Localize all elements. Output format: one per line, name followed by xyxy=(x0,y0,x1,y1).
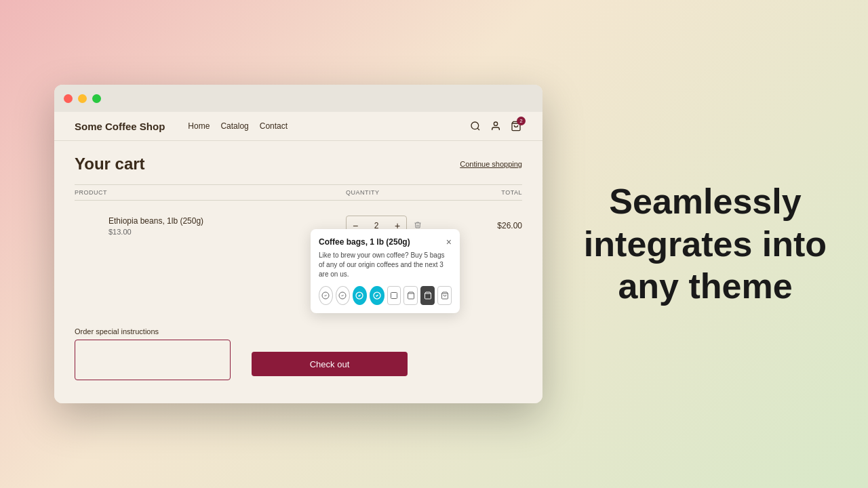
product-name: Ethiopia beans, 1lb (250g) xyxy=(108,216,346,226)
svg-rect-7 xyxy=(391,293,397,299)
right-text-section: Seamlessly integrates into any theme xyxy=(542,153,868,334)
instructions-label: Order special instructions xyxy=(75,327,231,336)
cart-main: Your cart Continue shopping PRODUCT QUAN… xyxy=(54,141,542,403)
tooltip-icon-3[interactable] xyxy=(353,286,367,305)
minimize-button[interactable] xyxy=(78,94,87,103)
checkout-button[interactable]: Check out xyxy=(252,352,408,376)
cart-badge: 2 xyxy=(517,117,526,125)
tooltip-icon-2[interactable] xyxy=(336,286,350,305)
tooltip-title: Coffee bags, 1 lb (250g) xyxy=(319,237,410,247)
tagline: Seamlessly integrates into any theme xyxy=(584,180,827,307)
tooltip-icon-row xyxy=(319,286,452,305)
nav-icons: 2 xyxy=(469,120,522,132)
cart-table-header: PRODUCT QUANTITY TOTAL xyxy=(75,184,522,201)
tooltip-header: Coffee bags, 1 lb (250g) × xyxy=(319,237,452,247)
tooltip-icon-8[interactable] xyxy=(437,286,452,305)
maximize-button[interactable] xyxy=(92,94,101,103)
col-total: TOTAL xyxy=(454,189,522,196)
nav-catalog[interactable]: Catalog xyxy=(220,121,248,131)
tooltip-icon-4[interactable] xyxy=(370,286,384,305)
svg-point-0 xyxy=(471,122,479,129)
close-button[interactable] xyxy=(64,94,73,103)
product-info: Ethiopia beans, 1lb (250g) $13.00 xyxy=(75,216,346,236)
browser-content: Some Coffee Shop Home Catalog Contact xyxy=(54,112,542,403)
tooltip-close-button[interactable]: × xyxy=(446,237,452,247)
item-total: $26.00 xyxy=(454,221,522,230)
tooltip-text: Like to brew your own coffee? Buy 5 bags… xyxy=(319,251,452,279)
instructions-textarea[interactable] xyxy=(75,340,231,380)
browser-window: Some Coffee Shop Home Catalog Contact xyxy=(54,85,542,403)
continue-shopping-link[interactable]: Continue shopping xyxy=(460,160,522,168)
tooltip-icon-6[interactable] xyxy=(403,286,418,305)
store-logo: Some Coffee Shop xyxy=(75,121,165,132)
col-quantity: QUANTITY xyxy=(346,189,454,196)
browser-titlebar xyxy=(54,85,542,112)
tooltip-icon-1[interactable] xyxy=(319,286,333,305)
col-product: PRODUCT xyxy=(75,189,346,196)
cart-header: Your cart Continue shopping xyxy=(75,155,522,174)
nav: Some Coffee Shop Home Catalog Contact xyxy=(54,112,542,141)
nav-contact[interactable]: Contact xyxy=(260,121,288,131)
cart-title: Your cart xyxy=(75,155,145,174)
store-page: Some Coffee Shop Home Catalog Contact xyxy=(54,112,542,403)
account-icon[interactable] xyxy=(490,120,502,132)
cart-icon[interactable]: 2 xyxy=(510,120,522,132)
tooltip-icon-7[interactable] xyxy=(420,286,435,305)
nav-links: Home Catalog Contact xyxy=(188,121,453,131)
tooltip-popup: Coffee bags, 1 lb (250g) × Like to brew … xyxy=(311,229,460,313)
search-icon[interactable] xyxy=(469,120,481,132)
svg-point-1 xyxy=(494,122,497,125)
nav-home[interactable]: Home xyxy=(188,121,210,131)
special-instructions: Order special instructions xyxy=(75,327,231,383)
tooltip-icon-5[interactable] xyxy=(387,286,401,305)
